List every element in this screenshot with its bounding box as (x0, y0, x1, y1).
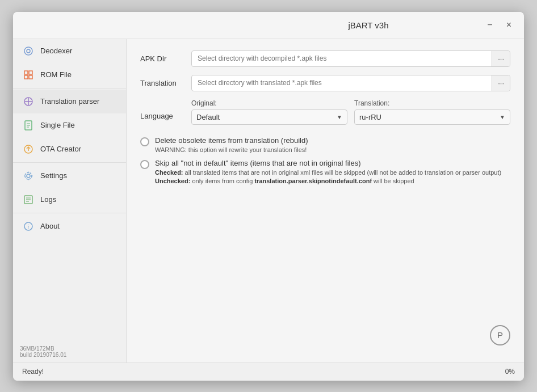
svg-point-16 (25, 172, 32, 179)
sidebar-divider-1 (13, 88, 126, 88)
sidebar-item-single-file[interactable]: Single File (13, 113, 126, 137)
about-icon: i (22, 220, 35, 233)
option-skip-not-in-default-desc: Checked: all translated items that are n… (155, 168, 501, 186)
svg-point-0 (24, 47, 32, 55)
sidebar-label-ota-creator: OTA Creator (40, 145, 81, 153)
status-bar: Ready! 0% (13, 363, 524, 381)
language-row: Language Original: Default ▼ Translation… (140, 99, 510, 125)
window-title: jBART v3h (253, 20, 484, 30)
translation-browse-button[interactable]: ··· (492, 75, 510, 91)
svg-rect-4 (24, 75, 28, 79)
original-select-value: Default (196, 113, 337, 121)
translation-label: Translation (140, 79, 191, 87)
sidebar-footer: 36MB/172MB build 20190716.01 (13, 341, 126, 363)
sidebar-label-settings: Settings (40, 171, 67, 180)
sidebar-item-rom-file[interactable]: ROM File (13, 63, 126, 87)
memory-info: 36MB/172MB (20, 345, 119, 352)
svg-point-1 (27, 49, 30, 53)
language-selects: Original: Default ▼ Translation: ru-rRU … (191, 99, 510, 125)
apk-dir-input-group: ··· (191, 50, 510, 67)
svg-rect-3 (29, 71, 32, 74)
option-delete-obsolete-title: Delete obsolete items from translation (… (155, 136, 308, 145)
translation-parser-icon (22, 95, 35, 108)
option-delete-obsolete-row: Delete obsolete items from translation (… (140, 136, 510, 154)
translation-select[interactable]: ru-rRU ▼ (354, 109, 510, 125)
apk-dir-browse-button[interactable]: ··· (492, 51, 510, 66)
rom-file-icon (22, 69, 35, 81)
translation-input[interactable] (192, 75, 492, 91)
sidebar-label-translation-parser: Translation parser (40, 97, 99, 106)
options-section: Delete obsolete items from translation (… (140, 136, 510, 191)
sidebar-label-about: About (40, 222, 60, 230)
sidebar-item-translation-parser[interactable]: Translation parser (13, 90, 126, 113)
main-content: APK Dir ··· Translation ··· La (127, 39, 524, 363)
svg-text:i: i (28, 224, 30, 230)
sidebar-divider-2 (13, 162, 126, 163)
translation-row: Translation ··· (140, 75, 510, 91)
logs-icon (22, 193, 35, 206)
sidebar-item-about[interactable]: i About (13, 214, 126, 238)
svg-rect-2 (24, 71, 28, 74)
translation-sublabel: Translation: (354, 99, 510, 107)
sidebar-item-ota-creator[interactable]: OTA Creator (13, 137, 126, 161)
sidebar-label-deodexer: Deodexer (40, 47, 72, 55)
ota-creator-icon (22, 143, 35, 155)
settings-icon (22, 170, 35, 182)
apk-dir-row: APK Dir ··· (140, 50, 510, 67)
sidebar-label-rom-file: ROM File (40, 70, 72, 79)
progress-percent: 0% (505, 368, 515, 376)
option-delete-obsolete-desc: WARNING: this option will rewrite your t… (155, 146, 308, 154)
translation-input-group: ··· (191, 75, 510, 91)
build-info: build 20190716.01 (20, 352, 119, 358)
svg-rect-5 (29, 75, 32, 79)
sidebar-divider-3 (13, 213, 126, 213)
original-select-group: Original: Default ▼ (191, 99, 347, 125)
sidebar-item-logs[interactable]: Logs (13, 188, 126, 212)
single-file-icon (22, 119, 35, 132)
option-delete-obsolete-radio[interactable] (140, 137, 149, 146)
translation-select-arrow: ▼ (500, 114, 505, 120)
minimize-button[interactable]: − (484, 19, 496, 31)
sidebar-item-settings[interactable]: Settings (13, 164, 126, 188)
option-skip-not-in-default-row: Skip all "not in default" items (items t… (140, 159, 510, 186)
status-text: Ready! (22, 368, 505, 376)
sidebar-item-deodexer[interactable]: Deodexer (13, 39, 126, 63)
deodexer-icon (22, 45, 35, 57)
sidebar: Deodexer ROM File (13, 39, 127, 363)
translation-select-group: Translation: ru-rRU ▼ (354, 99, 510, 125)
apk-dir-label: APK Dir (140, 54, 191, 63)
original-select-arrow: ▼ (337, 114, 342, 120)
language-label: Language (140, 99, 191, 120)
option-skip-not-in-default-radio[interactable] (140, 160, 149, 169)
p-button[interactable]: P (490, 325, 510, 345)
original-sublabel: Original: (191, 99, 347, 107)
svg-point-15 (27, 174, 30, 178)
option-skip-not-in-default-title: Skip all "not in default" items (items t… (155, 159, 501, 167)
sidebar-label-single-file: Single File (40, 121, 75, 129)
close-button[interactable]: × (503, 19, 515, 31)
title-bar: jBART v3h − × (13, 12, 524, 39)
sidebar-label-logs: Logs (40, 195, 56, 204)
apk-dir-input[interactable] (192, 51, 492, 66)
original-select[interactable]: Default ▼ (191, 109, 347, 125)
translation-select-value: ru-rRU (359, 113, 500, 121)
